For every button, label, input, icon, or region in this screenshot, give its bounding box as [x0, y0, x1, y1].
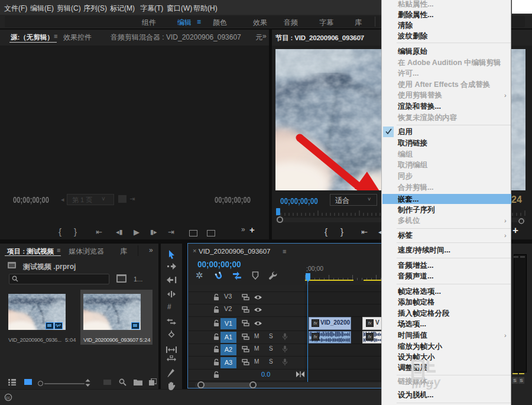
svg-text:cc: cc: [6, 396, 11, 400]
